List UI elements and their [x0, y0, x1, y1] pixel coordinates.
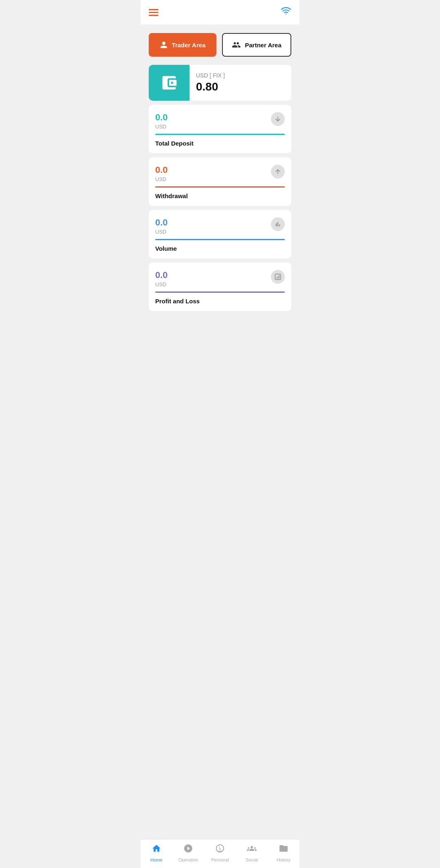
bottom-nav: Home Operation Personal Social — [141, 839, 299, 868]
stat-amount-withdrawal: 0.0 — [155, 165, 168, 175]
nav-item-history[interactable]: History — [271, 844, 296, 862]
area-buttons-container: Trader Area Partner Area — [141, 25, 299, 61]
trader-area-button[interactable]: Trader Area — [149, 33, 216, 57]
stat-top-total-deposit: 0.0 USD — [155, 112, 285, 130]
nav-item-social[interactable]: Social — [240, 844, 264, 862]
wallet-value: 0.80 — [196, 80, 225, 93]
stat-top-volume: 0.0 USD — [155, 217, 285, 235]
stat-value-group-volume: 0.0 USD — [155, 217, 168, 235]
stat-icon-profit-and-loss[interactable] — [271, 270, 285, 284]
operation-icon — [183, 844, 193, 856]
stat-currency-volume: USD — [155, 229, 168, 235]
stat-value-group-total-deposit: 0.0 USD — [155, 112, 168, 130]
stats-container: 0.0 USD Total Deposit 0.0 USD Withdrawal… — [141, 105, 299, 311]
nav-personal-label: Personal — [211, 857, 229, 862]
stat-label-profit-and-loss: Profit and Loss — [155, 298, 285, 305]
stat-card-withdrawal: 0.0 USD Withdrawal — [149, 157, 291, 206]
stat-label-total-deposit: Total Deposit — [155, 140, 285, 147]
stat-divider-profit-and-loss — [155, 292, 285, 293]
stat-amount-volume: 0.0 — [155, 217, 168, 228]
wifi-icon — [281, 6, 291, 19]
stat-top-withdrawal: 0.0 USD — [155, 165, 285, 182]
stat-card-volume: 0.0 USD Volume — [149, 210, 291, 258]
stat-card-total-deposit: 0.0 USD Total Deposit — [149, 105, 291, 153]
stat-value-group-withdrawal: 0.0 USD — [155, 165, 168, 182]
stat-icon-withdrawal[interactable] — [271, 165, 285, 179]
trader-area-label: Trader Area — [172, 42, 206, 49]
stat-icon-total-deposit[interactable] — [271, 112, 285, 126]
wallet-card: USD [ FIX ] 0.80 — [149, 65, 291, 101]
home-icon — [152, 844, 161, 856]
wallet-icon — [160, 74, 178, 92]
stat-value-group-profit-and-loss: 0.0 USD — [155, 270, 168, 287]
nav-operation-label: Operation — [178, 857, 198, 862]
stat-divider-withdrawal — [155, 186, 285, 188]
hamburger-menu-icon[interactable] — [149, 9, 158, 16]
stat-label-withdrawal: Withdrawal — [155, 192, 285, 199]
wallet-currency-label: USD [ FIX ] — [196, 72, 225, 79]
stat-top-profit-and-loss: 0.0 USD — [155, 270, 285, 287]
stat-currency-total-deposit: USD — [155, 124, 168, 130]
nav-item-operation[interactable]: Operation — [176, 844, 200, 862]
personal-icon — [215, 844, 225, 856]
nav-social-label: Social — [246, 857, 258, 862]
stat-amount-total-deposit: 0.0 — [155, 112, 168, 123]
social-icon — [247, 844, 257, 856]
partner-area-button[interactable]: Partner Area — [222, 33, 291, 57]
stat-divider-volume — [155, 239, 285, 240]
stat-currency-withdrawal: USD — [155, 176, 168, 182]
main-content: Trader Area Partner Area USD [ FIX ] 0.8… — [141, 25, 299, 348]
stat-amount-profit-and-loss: 0.0 — [155, 270, 168, 280]
wallet-info: USD [ FIX ] 0.80 — [189, 65, 231, 101]
header — [141, 0, 299, 25]
stat-label-volume: Volume — [155, 245, 285, 252]
stat-icon-volume[interactable] — [271, 217, 285, 231]
nav-item-home[interactable]: Home — [144, 844, 169, 862]
stat-currency-profit-and-loss: USD — [155, 281, 168, 287]
stat-card-profit-and-loss: 0.0 USD Profit and Loss — [149, 263, 291, 311]
partner-area-label: Partner Area — [245, 42, 282, 49]
nav-history-label: History — [277, 857, 290, 862]
nav-item-personal[interactable]: Personal — [208, 844, 232, 862]
wallet-icon-box — [149, 65, 189, 101]
stat-divider-total-deposit — [155, 134, 285, 135]
nav-home-label: Home — [150, 857, 162, 862]
history-icon — [279, 844, 288, 856]
